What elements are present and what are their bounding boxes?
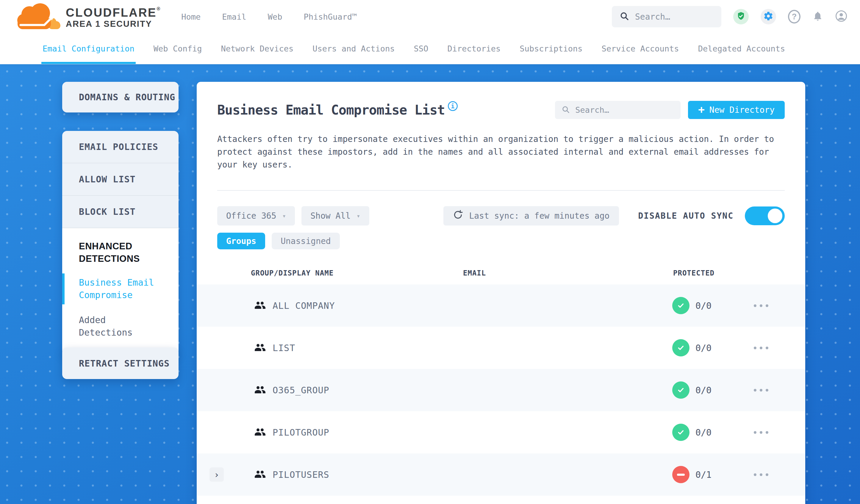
row-actions-button[interactable] bbox=[754, 304, 768, 307]
question-mark-icon: ? bbox=[788, 10, 801, 24]
last-sync-status: Last sync: a few minutes ago bbox=[443, 206, 619, 226]
table-row: › PILOTUSERS 0/1 bbox=[197, 453, 805, 496]
group-name: LIST bbox=[273, 343, 295, 353]
group-people-icon bbox=[254, 384, 267, 397]
group-people-icon bbox=[254, 299, 267, 312]
auto-sync-label: DISABLE AUTO SYNC bbox=[638, 211, 733, 221]
row-actions-button[interactable] bbox=[754, 431, 768, 434]
new-directory-label: New Directory bbox=[710, 105, 775, 115]
show-filter-dropdown[interactable]: Show All ▾ bbox=[301, 206, 369, 226]
controls-row: Office 365 ▾ Show All ▾ Last sync: a few… bbox=[217, 206, 785, 226]
row-actions-button[interactable] bbox=[754, 389, 768, 391]
brand-text: CLOUDFLARE® AREA 1 SECURITY bbox=[66, 6, 161, 29]
gear-icon bbox=[763, 11, 773, 22]
list-search[interactable] bbox=[555, 101, 680, 119]
status-badge bbox=[672, 466, 689, 483]
section-tab[interactable]: Delegated Accounts bbox=[698, 33, 785, 64]
security-status-button[interactable] bbox=[733, 9, 749, 24]
table-row: › ALL COMPANY 0/0 bbox=[197, 285, 805, 327]
sidebar-sub-item[interactable]: Business Email Compromise bbox=[62, 275, 178, 303]
protected-cell: 0/1 bbox=[672, 466, 712, 483]
info-icon[interactable]: i bbox=[448, 101, 458, 111]
registered-mark: ® bbox=[157, 6, 161, 11]
section-tab[interactable]: Subscriptions bbox=[519, 33, 582, 64]
section-tab[interactable]: Network Devices bbox=[221, 33, 293, 64]
sidebar-item-domains-routing[interactable]: DOMAINS & ROUTING bbox=[62, 82, 178, 113]
group-people-icon bbox=[254, 468, 267, 481]
table-row: › LIST 0/0 bbox=[197, 327, 805, 369]
help-button[interactable]: ? bbox=[788, 10, 801, 24]
primary-nav-item[interactable]: Web bbox=[268, 12, 283, 21]
last-sync-text: Last sync: a few minutes ago bbox=[469, 211, 610, 221]
chevron-down-icon: ▾ bbox=[357, 213, 360, 219]
settings-button[interactable] bbox=[761, 9, 776, 24]
notifications-button[interactable] bbox=[812, 11, 823, 23]
list-tab[interactable]: Unassigned bbox=[272, 233, 340, 249]
global-search-input[interactable] bbox=[635, 12, 714, 22]
section-tab[interactable]: SSO bbox=[414, 33, 429, 64]
chevron-right-icon: › bbox=[214, 470, 219, 480]
section-tab[interactable]: Email Configuration bbox=[43, 33, 134, 64]
sidebar-item[interactable]: EMAIL POLICIES bbox=[62, 131, 178, 163]
search-icon bbox=[561, 105, 570, 115]
protected-cell: 0/0 bbox=[672, 297, 712, 314]
refresh-icon bbox=[453, 210, 463, 222]
protected-cell: 0/0 bbox=[672, 424, 712, 441]
section-tab[interactable]: Users and Actions bbox=[313, 33, 395, 64]
sidebar-item-retract-settings[interactable]: RETRACT SETTINGS bbox=[62, 347, 178, 379]
row-actions-button[interactable] bbox=[754, 347, 768, 349]
row-actions-button[interactable] bbox=[754, 473, 768, 476]
list-tab[interactable]: Groups bbox=[217, 233, 265, 249]
global-search[interactable] bbox=[612, 6, 721, 27]
primary-nav: HomeEmailWebPhishGuard™ bbox=[181, 12, 357, 21]
table-header: GROUP/DISPLAY NAME EMAIL PROTECTED bbox=[197, 265, 805, 285]
page-description: Attackers often try to impersonate execu… bbox=[217, 133, 783, 171]
sidebar-item[interactable]: ALLOW LIST bbox=[62, 163, 178, 196]
user-avatar-icon bbox=[835, 18, 847, 24]
group-people-icon bbox=[254, 426, 267, 439]
account-button[interactable] bbox=[835, 10, 847, 24]
app-header: CLOUDFLARE® AREA 1 SECURITY HomeEmailWeb… bbox=[0, 0, 860, 33]
brand-subname: AREA 1 SECURITY bbox=[66, 18, 161, 29]
directory-filter-dropdown[interactable]: Office 365 ▾ bbox=[217, 206, 295, 226]
protected-count: 0/0 bbox=[696, 301, 712, 311]
check-icon bbox=[677, 386, 685, 394]
list-search-input[interactable] bbox=[575, 105, 674, 115]
column-header-protected: PROTECTED bbox=[673, 269, 715, 277]
divider bbox=[217, 190, 785, 191]
shield-check-icon bbox=[736, 11, 746, 22]
sidebar-sub-item[interactable]: Added Detections bbox=[62, 313, 178, 340]
enhanced-detections-title: ENHANCED DETECTIONS bbox=[62, 240, 178, 265]
sidebar-item[interactable]: BLOCK LIST bbox=[62, 196, 178, 228]
protected-cell: 0/0 bbox=[672, 339, 712, 357]
check-icon bbox=[677, 428, 685, 436]
section-tab[interactable]: Web Config bbox=[154, 33, 202, 64]
column-header-email: EMAIL bbox=[463, 269, 486, 277]
group-tabs: GroupsUnassigned bbox=[217, 233, 785, 249]
primary-nav-item[interactable]: Home bbox=[181, 12, 201, 21]
status-badge bbox=[672, 339, 689, 357]
sidebar-item-label: DOMAINS & ROUTING bbox=[79, 92, 175, 102]
group-name: O365_GROUP bbox=[273, 385, 329, 395]
section-tab-bar: Email ConfigurationWeb ConfigNetwork Dev… bbox=[0, 33, 860, 64]
section-tab[interactable]: Directories bbox=[447, 33, 501, 64]
chevron-down-icon: ▾ bbox=[283, 213, 286, 219]
cloudflare-logo[interactable]: CLOUDFLARE® AREA 1 SECURITY bbox=[16, 1, 161, 32]
directory-filter-value: Office 365 bbox=[226, 211, 276, 221]
group-people-icon bbox=[254, 341, 267, 354]
title-actions: + New Directory bbox=[555, 101, 785, 119]
auto-sync-toggle[interactable] bbox=[745, 206, 785, 225]
protected-cell: 0/0 bbox=[672, 381, 712, 399]
primary-nav-item[interactable]: Email bbox=[222, 12, 246, 21]
sidebar-section-enhanced-detections[interactable]: ENHANCED DETECTIONS Business Email Compr… bbox=[62, 228, 178, 355]
search-icon bbox=[619, 11, 629, 22]
show-filter-value: Show All bbox=[310, 211, 350, 221]
new-directory-button[interactable]: + New Directory bbox=[688, 101, 785, 119]
toggle-knob bbox=[768, 208, 782, 223]
section-tab[interactable]: Service Accounts bbox=[602, 33, 679, 64]
header-right: ? bbox=[612, 6, 847, 27]
groups-table: GROUP/DISPLAY NAME EMAIL PROTECTED › ALL… bbox=[197, 265, 805, 496]
primary-nav-item[interactable]: PhishGuard™ bbox=[303, 12, 357, 21]
expand-row-button[interactable]: › bbox=[210, 467, 224, 482]
title-row: Business Email Compromise List i + New D… bbox=[217, 101, 785, 119]
